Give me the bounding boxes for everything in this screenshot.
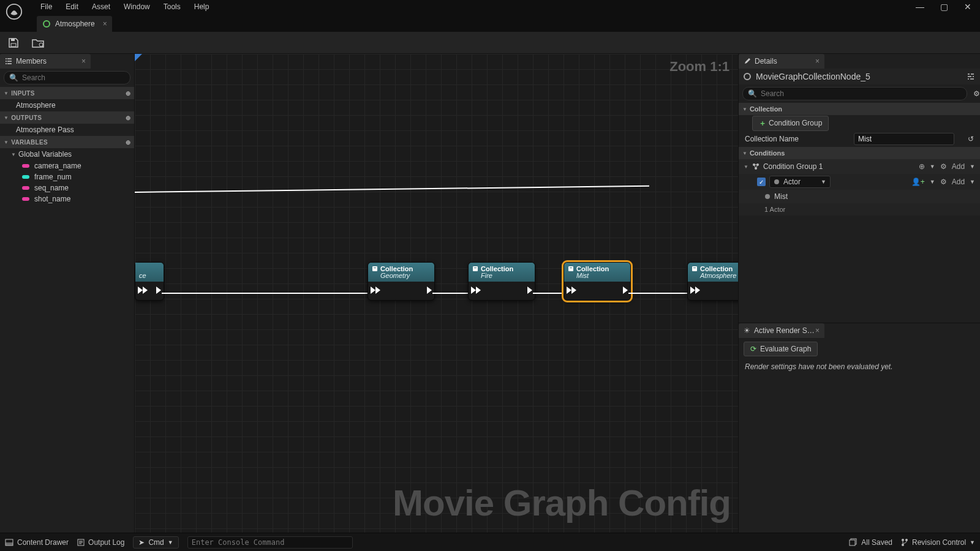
svg-rect-6 [374,268,376,268]
add-label[interactable]: Add [952,162,965,171]
conditions-category[interactable]: ▼Conditions [739,147,980,159]
collection-category[interactable]: ▼Collection [739,103,980,115]
input-item[interactable]: Atmosphere [0,99,134,111]
revision-control-button[interactable]: Revision Control ▼ [901,538,975,547]
log-icon [77,539,85,546]
variable-item[interactable]: seq_name [0,182,134,193]
svg-rect-12 [693,268,696,268]
search-icon: 🔍 [748,89,757,98]
variables-header[interactable]: ▼VARIABLES⊕ [0,136,134,148]
svg-rect-2 [11,39,15,41]
menu-tools[interactable]: Tools [164,2,181,11]
condition-group-header[interactable]: ▼ Condition Group 1 ⊕ ▼ ⚙ Add ▼ [739,159,980,174]
collection-name-field[interactable] [854,133,954,145]
type-pill-icon [22,175,29,179]
tab-label: Active Render S… [754,326,815,335]
variable-name: seq_name [34,184,69,192]
menu-file[interactable]: File [40,2,52,11]
variable-item[interactable]: shot_name [0,193,134,204]
cmd-type-combo[interactable]: ➤ Cmd ▼ [133,536,178,549]
add-label[interactable]: Add [952,178,965,186]
svg-rect-8 [474,268,477,268]
variable-item[interactable]: frame_num [0,171,134,182]
filter-icon[interactable] [967,72,975,81]
toolbar [0,32,980,54]
menu-edit[interactable]: Edit [66,2,78,11]
menu-window[interactable]: Window [124,2,150,11]
variable-name: frame_num [34,173,72,181]
condition-type-combo[interactable]: Actor ▼ [769,176,831,188]
variable-item[interactable]: camera_name [0,160,134,171]
collection-node[interactable]: CollectionFire [468,262,535,301]
gear-icon[interactable]: ⚙ [940,178,947,186]
chevron-down-icon[interactable]: ▼ [930,163,935,170]
tab-render-settings[interactable]: ☀ Active Render S… × [739,323,824,338]
output-log-button[interactable]: Output Log [77,538,124,547]
evaluate-graph-button[interactable]: ⟳ Evaluate Graph [744,342,818,356]
collection-node[interactable]: ce [135,262,164,301]
variable-name: camera_name [34,162,81,170]
add-condition-group-button[interactable]: ＋ Condition Group [752,116,829,131]
all-saved-button[interactable]: All Saved [849,538,892,547]
group-label: Condition Group 1 [763,162,823,171]
close-icon[interactable]: × [103,20,107,28]
input-pin[interactable] [690,287,700,294]
output-pin[interactable] [623,287,628,294]
checkbox[interactable]: ✓ [757,178,766,186]
outputs-header[interactable]: ▼OUTPUTS⊕ [0,111,134,124]
window-restore-icon[interactable]: ▢ [937,2,952,12]
details-search[interactable]: 🔍 [742,87,967,100]
chevron-down-icon[interactable]: ▼ [970,163,975,170]
graph-canvas[interactable]: Zoom 1:1 Movie Graph Config ce Collectio… [135,54,738,533]
list-icon [5,58,12,65]
window-minimize-icon[interactable]: — [912,2,928,12]
browse-button[interactable] [29,34,47,51]
add-variable-button[interactable]: ⊕ [126,139,130,146]
chevron-down-icon[interactable]: ▼ [930,179,935,185]
close-icon[interactable]: × [81,57,86,66]
collection-node[interactable]: CollectionGeometry [368,262,435,301]
add-input-button[interactable]: ⊕ [126,90,130,97]
global-variables-group[interactable]: ▼Global Variables [0,148,134,160]
output-pin[interactable] [527,287,532,294]
menu-asset[interactable]: Asset [92,2,110,11]
graph-watermark: Movie Graph Config [393,482,731,524]
output-pin[interactable] [156,287,161,294]
actor-icon [764,193,771,200]
input-pin[interactable] [471,287,481,294]
output-pin[interactable] [427,287,432,294]
menu-help[interactable]: Help [194,2,209,11]
svg-point-23 [902,539,904,541]
output-item[interactable]: Atmosphere Pass [0,124,134,136]
search-input[interactable] [761,89,962,98]
tab-members[interactable]: Members × [0,54,91,69]
add-output-button[interactable]: ⊕ [126,114,130,121]
asset-tabs: Atmosphere × [0,13,980,32]
content-drawer-button[interactable]: Content Drawer [5,538,69,547]
unreal-logo-icon [5,2,23,21]
window-close-icon[interactable]: ✕ [960,2,975,12]
gear-icon[interactable]: ⚙ [940,162,947,171]
close-icon[interactable]: × [815,326,820,335]
inputs-header[interactable]: ▼INPUTS⊕ [0,87,134,99]
collection-node[interactable]: CollectionMist [564,262,631,301]
actor-item[interactable]: Mist [739,190,980,203]
add-circle-icon[interactable]: ⊕ [919,162,925,171]
input-pin[interactable] [371,287,380,294]
tab-atmosphere[interactable]: Atmosphere × [37,16,112,32]
svg-rect-9 [568,266,573,271]
console-input[interactable] [187,536,353,549]
collection-node[interactable]: CollectionAtmosphere [687,262,738,301]
tab-details[interactable]: Details × [739,54,824,69]
input-pin[interactable] [567,287,576,294]
members-search[interactable]: 🔍 [4,71,130,84]
chevron-down-icon[interactable]: ▼ [970,179,975,185]
revert-icon[interactable]: ↺ [968,135,974,143]
search-input[interactable] [22,73,125,82]
close-icon[interactable]: × [815,57,820,66]
titlebar: File Edit Asset Window Tools Help — ▢ ✕ [0,0,980,13]
add-actor-icon[interactable]: 👤+ [911,178,925,186]
input-pin[interactable] [138,287,148,294]
gear-icon[interactable]: ⚙ [973,89,980,98]
save-button[interactable] [5,34,22,51]
